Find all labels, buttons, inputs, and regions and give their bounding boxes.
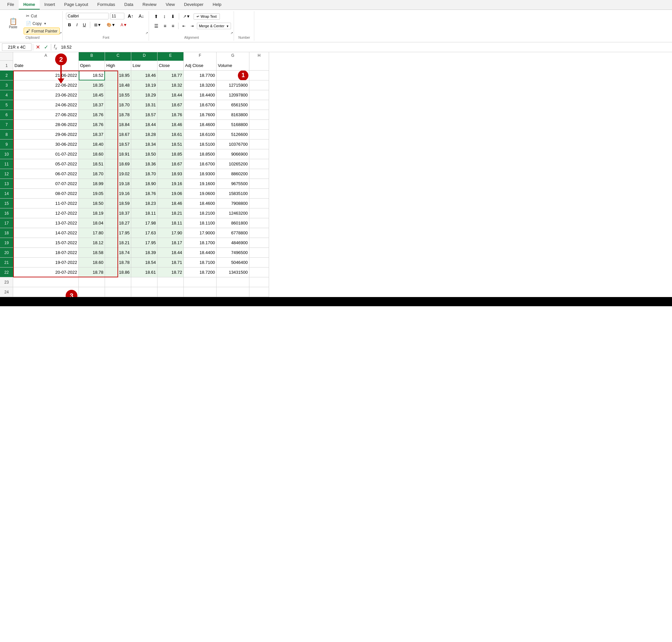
cell-c13[interactable]: 19.18 xyxy=(105,179,131,189)
cell-a19[interactable]: 15-07-2022 xyxy=(13,238,79,248)
align-left-button[interactable]: ☰ xyxy=(152,22,160,30)
cell-h6[interactable] xyxy=(249,110,269,120)
cell-f15[interactable]: 18.4600 xyxy=(184,198,217,208)
cell-d20[interactable]: 18.39 xyxy=(131,248,157,258)
cell-a21[interactable]: 19-07-2022 xyxy=(13,258,79,268)
cell-b22[interactable]: 18.78 xyxy=(79,268,105,277)
cell-c18[interactable]: 17.95 xyxy=(105,228,131,238)
row-header-13[interactable]: 13 xyxy=(0,179,13,189)
cell-f4[interactable]: 18.4400 xyxy=(184,90,217,100)
cell-d16[interactable]: 18.11 xyxy=(131,208,157,218)
cell-a11[interactable]: 05-07-2022 xyxy=(13,159,79,169)
cell-b13[interactable]: 18.99 xyxy=(79,179,105,189)
cell-b19[interactable]: 18.12 xyxy=(79,238,105,248)
tab-formulas[interactable]: Formulas xyxy=(93,0,120,10)
cell-g4[interactable]: 12097800 xyxy=(217,90,249,100)
align-bottom-button[interactable]: ⬇ xyxy=(169,12,177,20)
cell-b15[interactable]: 18.50 xyxy=(79,198,105,208)
cell-b11[interactable]: 18.51 xyxy=(79,159,105,169)
cell-e17[interactable]: 18.11 xyxy=(157,218,184,228)
cell-g11[interactable]: 10265200 xyxy=(217,159,249,169)
tab-file[interactable]: File xyxy=(3,0,19,10)
row-header-2[interactable]: 2 xyxy=(0,70,13,80)
cancel-icon[interactable]: ✕ xyxy=(35,43,41,51)
cell-a12[interactable]: 06-07-2022 xyxy=(13,169,79,179)
cell-b23[interactable] xyxy=(79,277,105,287)
col-header-g[interactable]: G xyxy=(217,52,249,61)
cell-c2[interactable]: 18.95 xyxy=(105,70,131,80)
cell-g20[interactable]: 7496500 xyxy=(217,248,249,258)
cell-e12[interactable]: 18.93 xyxy=(157,169,184,179)
cell-f20[interactable]: 18.4400 xyxy=(184,248,217,258)
cell-d24[interactable] xyxy=(131,287,157,297)
cell-h13[interactable] xyxy=(249,179,269,189)
cell-c6[interactable]: 18.78 xyxy=(105,110,131,120)
align-right-button[interactable]: ≡ xyxy=(170,22,176,30)
row-header-8[interactable]: 8 xyxy=(0,130,13,140)
cell-f5[interactable]: 18.6700 xyxy=(184,100,217,110)
cell-a4[interactable]: 23-06-2022 xyxy=(13,90,79,100)
cell-c12[interactable]: 19.02 xyxy=(105,169,131,179)
cell-g16[interactable]: 12463200 xyxy=(217,208,249,218)
cell-d2[interactable]: 18.46 xyxy=(131,70,157,80)
cell-g15[interactable]: 7908800 xyxy=(217,198,249,208)
row-header-11[interactable]: 11 xyxy=(0,159,13,169)
row-header-15[interactable]: 15 xyxy=(0,198,13,208)
cell-f19[interactable]: 18.1700 xyxy=(184,238,217,248)
cell-f7[interactable]: 18.4600 xyxy=(184,120,217,130)
cell-c3[interactable]: 18.48 xyxy=(105,80,131,90)
cell-h4[interactable] xyxy=(249,90,269,100)
cell-h3[interactable] xyxy=(249,80,269,90)
cell-f10[interactable]: 18.8500 xyxy=(184,149,217,159)
tab-home[interactable]: Home xyxy=(19,0,40,10)
cell-f17[interactable]: 18.1100 xyxy=(184,218,217,228)
cell-c14[interactable]: 19.16 xyxy=(105,189,131,198)
cell-f18[interactable]: 17.9000 xyxy=(184,228,217,238)
cell-a22[interactable]: 20-07-2022 xyxy=(13,268,79,277)
cell-f14[interactable]: 19.0600 xyxy=(184,189,217,198)
cell-e11[interactable]: 18.67 xyxy=(157,159,184,169)
cell-g10[interactable]: 9066900 xyxy=(217,149,249,159)
cell-e10[interactable]: 18.85 xyxy=(157,149,184,159)
cell-d13[interactable]: 18.90 xyxy=(131,179,157,189)
row-header-5[interactable]: 5 xyxy=(0,100,13,110)
row-header-10[interactable]: 10 xyxy=(0,149,13,159)
cell-e1[interactable]: Close xyxy=(157,61,184,70)
cell-b10[interactable]: 18.60 xyxy=(79,149,105,159)
cell-d15[interactable]: 18.23 xyxy=(131,198,157,208)
cell-f12[interactable]: 18.9300 xyxy=(184,169,217,179)
cell-b7[interactable]: 18.76 xyxy=(79,120,105,130)
cell-a10[interactable]: 01-07-2022 xyxy=(13,149,79,159)
row-header-14[interactable]: 14 xyxy=(0,189,13,198)
row-header-21[interactable]: 21 xyxy=(0,258,13,268)
cell-d19[interactable]: 17.95 xyxy=(131,238,157,248)
cell-a17[interactable]: 13-07-2022 xyxy=(13,218,79,228)
italic-button[interactable]: I xyxy=(75,21,80,28)
row-header-18[interactable]: 18 xyxy=(0,228,13,238)
cell-e5[interactable]: 18.67 xyxy=(157,100,184,110)
cell-h20[interactable] xyxy=(249,248,269,258)
cell-h19[interactable] xyxy=(249,238,269,248)
cell-e16[interactable]: 18.21 xyxy=(157,208,184,218)
cell-h15[interactable] xyxy=(249,198,269,208)
cell-e18[interactable]: 17.90 xyxy=(157,228,184,238)
cell-c22[interactable]: 18.86 xyxy=(105,268,131,277)
cell-h9[interactable] xyxy=(249,140,269,149)
borders-button[interactable]: ⊞▼ xyxy=(92,22,103,28)
orientation-button[interactable]: ↗▼ xyxy=(181,13,192,20)
cell-d21[interactable]: 18.54 xyxy=(131,258,157,268)
clipboard-expand-icon[interactable]: ↗ xyxy=(59,31,62,35)
cell-g19[interactable]: 4846900 xyxy=(217,238,249,248)
cell-a7[interactable]: 28-06-2022 xyxy=(13,120,79,130)
cell-a1[interactable]: Date xyxy=(13,61,79,70)
format-painter-button[interactable]: 🖌 Format Painter xyxy=(24,28,60,35)
cell-c7[interactable]: 18.84 xyxy=(105,120,131,130)
cell-e23[interactable] xyxy=(157,277,184,287)
cell-g3[interactable]: 12715900 xyxy=(217,80,249,90)
cell-c21[interactable]: 18.78 xyxy=(105,258,131,268)
cell-e4[interactable]: 18.44 xyxy=(157,90,184,100)
cell-b20[interactable]: 18.58 xyxy=(79,248,105,258)
underline-button[interactable]: U xyxy=(81,21,88,28)
col-header-h[interactable]: H xyxy=(249,52,269,61)
alignment-expand-icon[interactable]: ↗ xyxy=(230,31,233,35)
